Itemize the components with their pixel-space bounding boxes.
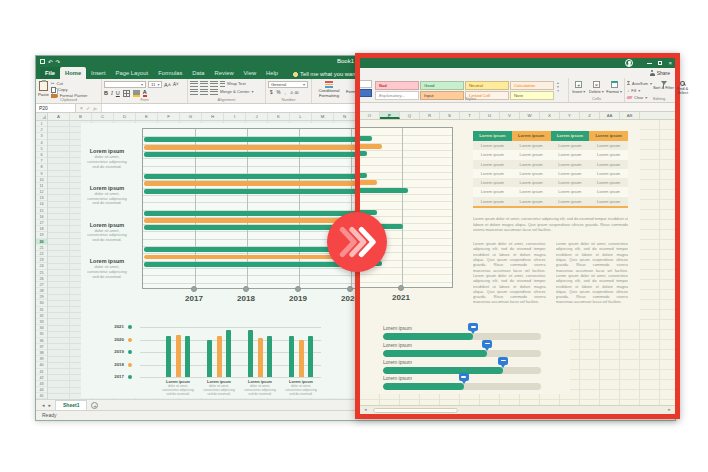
- column-header-AA[interactable]: AA: [600, 112, 620, 119]
- gallery-more-icon[interactable]: ≡: [557, 89, 559, 93]
- column-header-L[interactable]: L: [290, 113, 312, 120]
- share-button[interactable]: Share: [650, 70, 670, 76]
- align-right-icon[interactable]: [210, 89, 218, 95]
- column-header-R[interactable]: R: [420, 112, 440, 119]
- column-header-F[interactable]: F: [158, 113, 180, 120]
- column-header-B[interactable]: B: [70, 113, 92, 120]
- account-avatar[interactable]: [625, 59, 633, 67]
- autosum-button[interactable]: ΣAutoSum▾: [627, 81, 653, 87]
- column-chart-object[interactable]: 20212020201920182017Lorem ipsumdolor sit…: [106, 323, 331, 399]
- undo-icon[interactable]: ↶: [48, 59, 53, 65]
- select-all-corner[interactable]: [36, 113, 48, 120]
- grow-font-icon[interactable]: A˄: [164, 82, 171, 88]
- fill-color-icon[interactable]: [133, 90, 140, 97]
- column-header-Q[interactable]: Q: [400, 112, 420, 119]
- borders-icon[interactable]: [123, 90, 130, 97]
- menu-tab-formulas[interactable]: Formulas: [153, 67, 187, 79]
- wrap-text-button[interactable]: Wrap Text: [220, 81, 246, 87]
- close-icon[interactable]: ×: [668, 60, 672, 66]
- column-header-D[interactable]: D: [114, 113, 136, 120]
- column-header-V[interactable]: V: [500, 112, 520, 119]
- progress-bars-object[interactable]: Lorem ipsumLorem ipsumLorem ipsumLorem i…: [360, 120, 675, 405]
- column-header-W[interactable]: W: [520, 112, 540, 119]
- redo-icon[interactable]: ↷: [56, 59, 61, 65]
- column-header-Z[interactable]: Z: [580, 112, 600, 119]
- fill-button[interactable]: ↓Fill▾: [627, 88, 653, 94]
- column-header-E[interactable]: E: [136, 113, 158, 120]
- column-header-T[interactable]: T: [460, 112, 480, 119]
- column-header-K[interactable]: K: [268, 113, 290, 120]
- confirm-entry-icon[interactable]: ✓: [86, 105, 90, 111]
- column-header-X[interactable]: X: [540, 112, 560, 119]
- bold-icon[interactable]: B: [104, 90, 108, 96]
- font-size-select[interactable]: 11▾: [148, 81, 162, 88]
- align-top-icon[interactable]: [190, 81, 198, 87]
- cell-style-partial-white[interactable]: [360, 80, 372, 88]
- cell-style-neutral[interactable]: Neutral: [465, 81, 509, 90]
- align-middle-icon[interactable]: [200, 81, 208, 87]
- save-icon[interactable]: [40, 59, 45, 64]
- number-format-select[interactable]: General▾: [268, 81, 308, 88]
- scroll-right-icon[interactable]: ▸: [665, 406, 674, 414]
- italic-icon[interactable]: I: [111, 90, 113, 96]
- cell-style-partial-blue[interactable]: [360, 89, 372, 97]
- menu-tab-review[interactable]: Review: [210, 67, 239, 79]
- shrink-font-icon[interactable]: A˅: [173, 82, 179, 88]
- menu-tab-help[interactable]: Help: [261, 67, 283, 79]
- horizontal-scrollbar[interactable]: ◂ ▸: [360, 405, 675, 414]
- insert-cells-button[interactable]: +Insert ▾: [571, 79, 587, 96]
- progress-marker-pin[interactable]: [468, 323, 478, 331]
- name-box[interactable]: P20: [36, 104, 76, 112]
- cancel-entry-icon[interactable]: ×: [80, 105, 83, 111]
- column-header-S[interactable]: S: [440, 112, 460, 119]
- sheet-nav-right-icon[interactable]: ▸: [49, 402, 52, 408]
- column-header-C[interactable]: C: [92, 113, 114, 120]
- menu-tab-page-layout[interactable]: Page Layout: [111, 67, 154, 79]
- progress-marker-pin[interactable]: [498, 357, 508, 365]
- decimal-icons[interactable]: .0 .00: [290, 90, 299, 96]
- insert-function-icon[interactable]: fx: [93, 106, 97, 111]
- progress-marker-pin[interactable]: [459, 373, 469, 381]
- scroll-left-icon[interactable]: ◂: [361, 406, 370, 414]
- column-header-U[interactable]: U: [480, 112, 500, 119]
- column-header-P[interactable]: P: [380, 112, 400, 119]
- menu-tab-insert[interactable]: Insert: [86, 67, 111, 79]
- conditional-formatting-button[interactable]: Conditional Formatting: [314, 80, 344, 97]
- column-header-I[interactable]: I: [224, 113, 246, 120]
- scrollbar-thumb[interactable]: [373, 408, 458, 413]
- align-left-icon[interactable]: [190, 89, 198, 95]
- cell-style-good[interactable]: Good: [420, 81, 464, 90]
- column-header-G[interactable]: G: [180, 113, 202, 120]
- column-header-N[interactable]: N: [334, 113, 356, 120]
- column-header-J[interactable]: J: [246, 113, 268, 120]
- sheet-tab[interactable]: Sheet1: [55, 400, 87, 410]
- align-bottom-icon[interactable]: [210, 81, 218, 87]
- comma-icon[interactable]: ,: [285, 90, 286, 96]
- percent-icon[interactable]: %: [277, 90, 281, 96]
- cell-style-bad[interactable]: Bad: [375, 81, 419, 90]
- column-header-Y[interactable]: Y: [560, 112, 580, 119]
- row-header-45[interactable]: 45: [36, 393, 47, 399]
- menu-tab-data[interactable]: Data: [187, 67, 209, 79]
- sheet-nav-left-icon[interactable]: ◂: [42, 402, 45, 408]
- title-bar-after[interactable]: ×: [360, 58, 675, 68]
- font-name-select[interactable]: ▾: [104, 81, 146, 88]
- sheet-area-after[interactable]: 20172018201920202021Lorem ipsumdolor sit…: [360, 120, 675, 405]
- add-sheet-icon[interactable]: +: [91, 402, 98, 409]
- column-header-AB[interactable]: AB: [620, 112, 640, 119]
- find-select-button[interactable]: Find & Select: [674, 79, 691, 96]
- font-color-icon[interactable]: A: [143, 90, 147, 97]
- align-center-icon[interactable]: [200, 89, 208, 95]
- cell-style-calculation[interactable]: Calculation: [510, 81, 554, 90]
- sort-filter-button[interactable]: Sort & Filter: [655, 79, 672, 96]
- currency-icon[interactable]: $: [270, 90, 273, 96]
- column-header-O[interactable]: O: [360, 112, 380, 119]
- menu-tab-home[interactable]: Home: [60, 67, 86, 79]
- minimize-icon[interactable]: [647, 63, 652, 64]
- underline-icon[interactable]: U: [116, 90, 120, 96]
- column-header-A[interactable]: A: [48, 113, 70, 120]
- menu-tab-file[interactable]: File: [40, 67, 60, 79]
- format-cells-button[interactable]: Format ▾: [606, 79, 622, 96]
- paste-button[interactable]: Paste: [38, 80, 49, 97]
- delete-cells-button[interactable]: ×Delete ▾: [589, 79, 605, 96]
